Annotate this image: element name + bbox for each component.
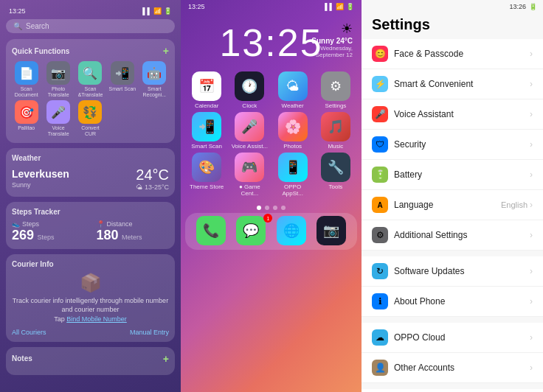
app-calendar[interactable]: 📅 Calendar <box>187 71 226 109</box>
list-item[interactable]: 💱 Convert CUR <box>76 100 105 136</box>
app-game-center[interactable]: 🎮 ● Game Cent... <box>230 153 269 197</box>
status-battery-right: 🔋 <box>529 3 537 10</box>
voice-assistant-label: Voice Assistant <box>394 109 454 119</box>
courier-text: Track courier info intelligently through… <box>12 296 169 324</box>
page-dot-indicators <box>181 206 362 210</box>
app-photos[interactable]: 🌸 Photos <box>274 112 312 150</box>
about-phone-label: About Phone <box>394 296 445 307</box>
security-label: Security <box>394 139 426 150</box>
app-grid: 📅 Calendar 🕐 Clock 🌤 Weather ⚙ Settings … <box>181 69 362 203</box>
weather-temp-mid: Sunny 24°C <box>311 37 353 45</box>
quick-icon-scan-translate: 🔍 <box>78 61 102 85</box>
settings-item-language[interactable]: A Language English › <box>362 190 543 220</box>
dock-browser[interactable]: 🌐 <box>272 216 311 247</box>
quick-icon-voice-translate: 🎤 <box>46 100 70 124</box>
settings-item-app-management[interactable]: ⊞ App Management › <box>362 389 543 392</box>
app-voice-assist[interactable]: 🎤 Voice Assist... <box>230 112 269 150</box>
weather-temp: 24°C <box>136 167 169 183</box>
notes-add-button[interactable]: + <box>163 353 169 365</box>
dock-camera[interactable]: 📷 <box>312 216 350 247</box>
quick-icon-pallitao: 🎯 <box>15 100 38 124</box>
quick-icon-scan-doc: 📄 <box>15 61 38 85</box>
list-item[interactable]: 📲 Smart Scan <box>108 61 136 97</box>
all-couriers-button[interactable]: All Couriers <box>12 329 46 336</box>
list-item[interactable]: 📷 Photo Translate <box>44 61 72 97</box>
app-oppo-appstore[interactable]: 📱 OPPO AppSt... <box>274 153 312 197</box>
additional-settings-label: Additional Settings <box>394 230 467 240</box>
list-item[interactable]: 🎤 Voice Translate <box>44 100 72 136</box>
settings-item-face-passcode[interactable]: 😊 Face & Passcode › <box>362 39 543 69</box>
dock-phone[interactable]: 📞 <box>192 216 230 247</box>
face-passcode-icon: 😊 <box>372 46 388 62</box>
status-time-right: 13:26 <box>509 3 526 10</box>
quick-icons-grid: 📄 Scan Document 📷 Photo Translate 🔍 Scan… <box>12 61 169 137</box>
settings-item-oppo-cloud[interactable]: ☁ OPPO Cloud › <box>362 323 543 353</box>
list-item[interactable]: 🔍 Scan &Translate <box>76 61 105 97</box>
app-smart-scan[interactable]: 📲 Smart Scan <box>187 112 226 150</box>
distance-value: 180 <box>97 228 119 242</box>
language-value: English <box>501 200 528 209</box>
settings-item-voice-assistant[interactable]: 🎤 Voice Assistant › <box>362 99 543 130</box>
app-theme-store[interactable]: 🎨 Theme Store <box>187 153 226 197</box>
bottom-dock: 📞 💬 1 🌐 📷 <box>185 213 357 250</box>
app-row-1: 📅 Calendar 🕐 Clock 🌤 Weather ⚙ Settings <box>185 71 357 109</box>
app-settings[interactable]: ⚙ Settings <box>317 71 355 109</box>
other-accounts-icon: 👤 <box>372 360 388 376</box>
settings-item-about-phone[interactable]: ℹ About Phone › <box>362 287 543 317</box>
list-item[interactable]: 🎯 Pallitao <box>12 100 41 136</box>
additional-settings-icon: ⚙ <box>372 227 388 243</box>
chevron-icon: › <box>530 169 533 180</box>
settings-divider-3 <box>362 383 543 389</box>
widget-title-steps: Steps Tracker <box>12 208 169 216</box>
status-time-left: 13:25 <box>9 7 26 15</box>
widget-panel: 13:25 ▌▌ 📶 🔋 🔍 Search Quick Functions + … <box>0 0 181 392</box>
settings-item-additional-settings[interactable]: ⚙ Additional Settings › <box>362 220 543 251</box>
app-weather[interactable]: 🌤 Weather <box>274 71 312 109</box>
software-updates-icon: ↻ <box>372 263 388 279</box>
chevron-icon: › <box>530 49 533 59</box>
chevron-icon: › <box>530 139 533 150</box>
settings-item-smart-convenient[interactable]: ⚡ Smart & Convenient › <box>362 69 543 99</box>
search-bar[interactable]: 🔍 Search <box>6 19 175 33</box>
search-icon: 🔍 <box>13 22 22 30</box>
manual-entry-button[interactable]: Manual Entry <box>130 329 169 336</box>
list-item[interactable]: 📄 Scan Document <box>12 61 41 97</box>
list-item[interactable]: 🤖 Smart Recogni... <box>140 61 169 97</box>
status-bar-right: 13:26 🔋 <box>362 0 543 13</box>
settings-divider <box>362 251 543 256</box>
courier-icon: 📦 <box>12 273 169 293</box>
smart-convenient-icon: ⚡ <box>372 76 388 92</box>
tools-icon: 🔧 <box>321 153 350 182</box>
app-clock[interactable]: 🕐 Clock <box>230 71 269 109</box>
dot-4 <box>281 206 286 210</box>
other-accounts-label: Other Accounts <box>394 363 454 373</box>
settings-item-battery[interactable]: 🔋 Battery › <box>362 160 543 190</box>
oppo-appstore-icon: 📱 <box>278 153 308 182</box>
battery-icon: 🔋 <box>372 167 388 183</box>
dot-2 <box>265 206 269 210</box>
settings-item-other-accounts[interactable]: 👤 Other Accounts › <box>362 353 543 383</box>
settings-icon: ⚙ <box>321 71 350 101</box>
language-label: Language <box>394 200 433 210</box>
quick-functions-widget: Quick Functions + 📄 Scan Document 📷 Phot… <box>6 39 175 143</box>
steps-label: 👟 Steps <box>12 220 85 228</box>
smart-convenient-label: Smart & Convenient <box>394 79 473 89</box>
status-icons-mid: ▌▌ 📶 🔋 <box>325 3 354 10</box>
app-tools[interactable]: 🔧 Tools <box>317 153 355 197</box>
settings-item-security[interactable]: 🛡 Security › <box>362 130 543 160</box>
dock-messages[interactable]: 💬 1 <box>232 216 270 247</box>
settings-item-software-updates[interactable]: ↻ Software Updates › <box>362 256 543 287</box>
app-music[interactable]: 🎵 Music <box>317 112 355 150</box>
photos-icon: 🌸 <box>278 112 308 141</box>
bind-mobile-link[interactable]: Bind Mobile Number <box>66 315 127 323</box>
courier-content: 📦 Track courier info intelligently throu… <box>12 273 169 336</box>
quick-functions-add[interactable]: + <box>163 45 169 57</box>
quick-icon-convert-cur: 💱 <box>78 100 102 124</box>
search-placeholder: Search <box>26 22 49 30</box>
chevron-icon: › <box>530 363 533 373</box>
settings-panel: 13:26 🔋 Settings 😊 Face & Passcode › ⚡ S… <box>362 0 543 392</box>
battery-label: Battery <box>394 169 422 180</box>
oppo-cloud-icon: ☁ <box>372 329 388 346</box>
smart-scan-icon: 📲 <box>192 112 221 141</box>
messages-badge: 1 <box>263 214 272 223</box>
